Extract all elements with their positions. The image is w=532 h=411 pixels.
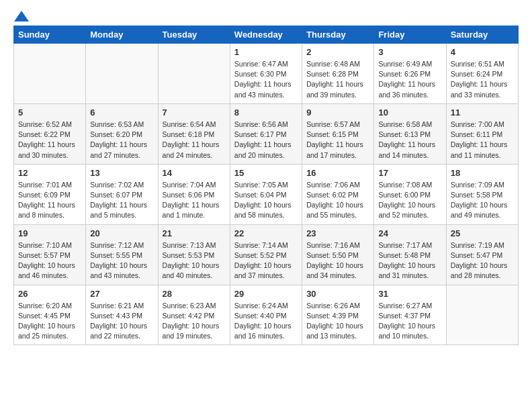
weekday-header-cell: Wednesday (230, 26, 302, 44)
day-info: Sunrise: 6:23 AM Sunset: 4:42 PM Dayligh… (163, 301, 226, 342)
day-number: 12 (18, 168, 81, 178)
calendar-day-cell: 25Sunrise: 7:19 AM Sunset: 5:47 PM Dayli… (446, 224, 518, 285)
day-info: Sunrise: 7:14 AM Sunset: 5:52 PM Dayligh… (234, 240, 298, 281)
calendar-day-cell: 29Sunrise: 6:24 AM Sunset: 4:40 PM Dayli… (230, 285, 302, 345)
day-number: 27 (90, 289, 153, 299)
day-number: 16 (306, 168, 369, 178)
calendar-week-row: 5Sunrise: 6:52 AM Sunset: 6:22 PM Daylig… (14, 103, 519, 164)
calendar-day-cell: 1Sunrise: 6:47 AM Sunset: 6:30 PM Daylig… (230, 44, 302, 104)
day-number: 2 (306, 47, 369, 57)
day-info: Sunrise: 6:51 AM Sunset: 6:24 PM Dayligh… (451, 59, 514, 100)
weekday-header-cell: Thursday (302, 26, 374, 44)
logo (13, 11, 30, 19)
calendar-day-cell: 12Sunrise: 7:01 AM Sunset: 6:09 PM Dayli… (14, 164, 86, 224)
day-number: 30 (306, 289, 369, 299)
day-info: Sunrise: 7:13 AM Sunset: 5:53 PM Dayligh… (163, 240, 226, 281)
calendar-day-cell: 11Sunrise: 7:00 AM Sunset: 6:11 PM Dayli… (446, 103, 518, 164)
day-number: 23 (306, 228, 369, 238)
day-number: 10 (378, 107, 441, 118)
calendar-day-cell: 19Sunrise: 7:10 AM Sunset: 5:57 PM Dayli… (14, 224, 86, 285)
calendar-week-row: 1Sunrise: 6:47 AM Sunset: 6:30 PM Daylig… (14, 44, 519, 104)
weekday-header-cell: Monday (86, 26, 158, 44)
page-header (13, 11, 519, 19)
calendar-day-cell: 17Sunrise: 7:08 AM Sunset: 6:00 PM Dayli… (374, 164, 446, 224)
calendar-day-cell: 5Sunrise: 6:52 AM Sunset: 6:22 PM Daylig… (14, 103, 86, 164)
day-number: 24 (378, 228, 441, 238)
day-number: 28 (163, 289, 226, 299)
calendar-day-cell: 10Sunrise: 6:58 AM Sunset: 6:13 PM Dayli… (374, 103, 446, 164)
calendar-day-cell: 2Sunrise: 6:48 AM Sunset: 6:28 PM Daylig… (302, 44, 374, 104)
day-number: 9 (306, 107, 369, 118)
calendar-day-cell: 3Sunrise: 6:49 AM Sunset: 6:26 PM Daylig… (374, 44, 446, 104)
calendar-day-cell: 27Sunrise: 6:21 AM Sunset: 4:43 PM Dayli… (86, 285, 158, 345)
calendar-day-cell: 26Sunrise: 6:20 AM Sunset: 4:45 PM Dayli… (14, 285, 86, 345)
day-info: Sunrise: 7:08 AM Sunset: 6:00 PM Dayligh… (378, 180, 441, 221)
calendar-day-cell: 28Sunrise: 6:23 AM Sunset: 4:42 PM Dayli… (158, 285, 230, 345)
day-number: 21 (163, 228, 226, 238)
weekday-header-cell: Friday (374, 26, 446, 44)
day-number: 11 (451, 107, 514, 118)
day-info: Sunrise: 7:16 AM Sunset: 5:50 PM Dayligh… (306, 240, 369, 281)
calendar-day-cell: 4Sunrise: 6:51 AM Sunset: 6:24 PM Daylig… (446, 44, 518, 104)
calendar-day-cell (86, 44, 158, 104)
day-info: Sunrise: 6:27 AM Sunset: 4:37 PM Dayligh… (378, 301, 441, 342)
calendar-day-cell: 22Sunrise: 7:14 AM Sunset: 5:52 PM Dayli… (230, 224, 302, 285)
day-number: 13 (90, 168, 153, 178)
day-number: 20 (90, 228, 153, 238)
day-info: Sunrise: 7:05 AM Sunset: 6:04 PM Dayligh… (234, 180, 298, 221)
logo-icon (14, 11, 29, 21)
day-info: Sunrise: 6:56 AM Sunset: 6:17 PM Dayligh… (234, 120, 298, 161)
day-info: Sunrise: 6:52 AM Sunset: 6:22 PM Dayligh… (18, 120, 81, 161)
page-container: SundayMondayTuesdayWednesdayThursdayFrid… (0, 0, 532, 356)
day-info: Sunrise: 7:17 AM Sunset: 5:48 PM Dayligh… (378, 240, 441, 281)
calendar-week-row: 26Sunrise: 6:20 AM Sunset: 4:45 PM Dayli… (14, 285, 519, 345)
day-number: 22 (234, 228, 298, 238)
calendar-day-cell: 21Sunrise: 7:13 AM Sunset: 5:53 PM Dayli… (158, 224, 230, 285)
day-number: 14 (163, 168, 226, 178)
calendar-day-cell: 20Sunrise: 7:12 AM Sunset: 5:55 PM Dayli… (86, 224, 158, 285)
day-info: Sunrise: 7:19 AM Sunset: 5:47 PM Dayligh… (451, 240, 514, 281)
weekday-header-cell: Tuesday (158, 26, 230, 44)
day-info: Sunrise: 7:04 AM Sunset: 6:06 PM Dayligh… (163, 180, 226, 221)
weekday-header-row: SundayMondayTuesdayWednesdayThursdayFrid… (14, 26, 519, 44)
calendar-day-cell: 30Sunrise: 6:26 AM Sunset: 4:39 PM Dayli… (302, 285, 374, 345)
day-number: 3 (378, 47, 441, 57)
day-info: Sunrise: 6:54 AM Sunset: 6:18 PM Dayligh… (163, 120, 226, 161)
weekday-header-cell: Sunday (14, 26, 86, 44)
day-info: Sunrise: 7:09 AM Sunset: 5:58 PM Dayligh… (451, 180, 514, 221)
day-info: Sunrise: 7:12 AM Sunset: 5:55 PM Dayligh… (90, 240, 153, 281)
day-number: 6 (90, 107, 153, 118)
calendar-day-cell (158, 44, 230, 104)
calendar-day-cell (14, 44, 86, 104)
calendar-day-cell: 8Sunrise: 6:56 AM Sunset: 6:17 PM Daylig… (230, 103, 302, 164)
day-info: Sunrise: 6:49 AM Sunset: 6:26 PM Dayligh… (378, 59, 441, 100)
calendar-day-cell (446, 285, 518, 345)
day-number: 4 (451, 47, 514, 57)
day-number: 26 (18, 289, 81, 299)
calendar-day-cell: 31Sunrise: 6:27 AM Sunset: 4:37 PM Dayli… (374, 285, 446, 345)
day-info: Sunrise: 7:00 AM Sunset: 6:11 PM Dayligh… (451, 120, 514, 161)
day-number: 18 (451, 168, 514, 178)
calendar-day-cell: 23Sunrise: 7:16 AM Sunset: 5:50 PM Dayli… (302, 224, 374, 285)
svg-marker-0 (14, 11, 29, 21)
day-number: 15 (234, 168, 298, 178)
day-info: Sunrise: 6:57 AM Sunset: 6:15 PM Dayligh… (306, 120, 369, 161)
calendar-day-cell: 9Sunrise: 6:57 AM Sunset: 6:15 PM Daylig… (302, 103, 374, 164)
day-number: 31 (378, 289, 441, 299)
calendar-day-cell: 6Sunrise: 6:53 AM Sunset: 6:20 PM Daylig… (86, 103, 158, 164)
day-number: 29 (234, 289, 298, 299)
calendar-day-cell: 7Sunrise: 6:54 AM Sunset: 6:18 PM Daylig… (158, 103, 230, 164)
calendar-day-cell: 14Sunrise: 7:04 AM Sunset: 6:06 PM Dayli… (158, 164, 230, 224)
day-info: Sunrise: 6:24 AM Sunset: 4:40 PM Dayligh… (234, 301, 298, 342)
calendar-day-cell: 13Sunrise: 7:02 AM Sunset: 6:07 PM Dayli… (86, 164, 158, 224)
day-info: Sunrise: 6:53 AM Sunset: 6:20 PM Dayligh… (90, 120, 153, 161)
day-info: Sunrise: 7:10 AM Sunset: 5:57 PM Dayligh… (18, 240, 81, 281)
day-info: Sunrise: 7:06 AM Sunset: 6:02 PM Dayligh… (306, 180, 369, 221)
day-number: 25 (451, 228, 514, 238)
day-info: Sunrise: 6:20 AM Sunset: 4:45 PM Dayligh… (18, 301, 81, 342)
day-number: 8 (234, 107, 298, 118)
weekday-header-cell: Saturday (446, 26, 518, 44)
day-info: Sunrise: 6:48 AM Sunset: 6:28 PM Dayligh… (306, 59, 369, 100)
day-info: Sunrise: 7:01 AM Sunset: 6:09 PM Dayligh… (18, 180, 81, 221)
day-info: Sunrise: 6:26 AM Sunset: 4:39 PM Dayligh… (306, 301, 369, 342)
